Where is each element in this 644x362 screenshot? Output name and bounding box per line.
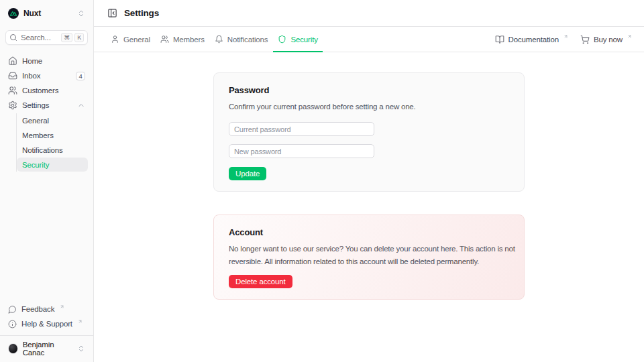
- book-open-icon: [495, 35, 504, 44]
- sidebar-item-label: Settings: [22, 101, 49, 109]
- card-description: Confirm your current password before set…: [229, 101, 509, 113]
- kbd-k: K: [74, 33, 84, 42]
- sidebar-item-label: Home: [22, 57, 42, 65]
- sidebar-item-label: Notifications: [22, 146, 63, 154]
- sidebar-item-security[interactable]: Security: [17, 158, 88, 172]
- sidebar-item-label: Security: [22, 161, 49, 169]
- external-link-icon: [564, 34, 568, 39]
- new-password-field[interactable]: [229, 144, 374, 158]
- sidebar-item-label: General: [22, 117, 49, 125]
- tab-security[interactable]: Security: [273, 27, 322, 52]
- tab-label: Notifications: [227, 36, 268, 44]
- nuxt-logo-icon: [8, 8, 19, 19]
- password-form: Update: [229, 122, 509, 180]
- avatar: [8, 343, 18, 354]
- tab-general[interactable]: General: [106, 27, 155, 52]
- sidebar: Nuxt ⌘ K Home Inbox 4 Customers: [0, 0, 94, 362]
- sidebar-item-home[interactable]: Home: [5, 54, 88, 68]
- chevron-up-icon: [77, 101, 85, 109]
- user-name: Benjamin Canac: [23, 341, 72, 357]
- users-icon: [160, 35, 169, 44]
- external-link-icon: [78, 319, 83, 324]
- header-links: Documentation Buy now: [495, 27, 632, 52]
- content-area: Password Confirm your current password b…: [94, 52, 644, 362]
- home-icon: [8, 56, 17, 66]
- team-switcher[interactable]: Nuxt: [5, 7, 88, 20]
- sidebar-item-label: Members: [22, 131, 54, 139]
- user-icon: [111, 35, 119, 44]
- page-header: Settings: [94, 0, 644, 27]
- main-panel: Settings General Members Notifications S…: [94, 0, 644, 362]
- tab-members[interactable]: Members: [156, 27, 209, 52]
- foot-link-label: Feedback: [21, 305, 54, 313]
- external-link-icon: [60, 304, 64, 309]
- divider: [0, 335, 93, 336]
- password-card: Password Confirm your current password b…: [213, 72, 525, 192]
- kbd-meta: ⌘: [61, 33, 72, 42]
- sidebar-item-label: Customers: [22, 86, 58, 95]
- external-link-icon: [627, 34, 632, 39]
- shopping-cart-icon: [580, 35, 590, 44]
- foot-link-label: Help & Support: [21, 320, 72, 328]
- current-password-field[interactable]: [229, 122, 374, 136]
- sidebar-top: Nuxt ⌘ K Home Inbox 4 Customers: [5, 7, 88, 172]
- search-icon: [9, 34, 17, 42]
- top-link-label: Documentation: [508, 36, 559, 44]
- users-icon: [8, 86, 17, 95]
- tab-label: Security: [290, 36, 317, 44]
- inbox-count-badge: 4: [76, 72, 85, 80]
- card-title: Password: [229, 85, 509, 95]
- info-circle-icon: [8, 320, 17, 328]
- description-line: reversible. All information related to t…: [229, 255, 509, 268]
- tab-label: General: [123, 36, 150, 44]
- search-box[interactable]: ⌘ K: [5, 30, 88, 45]
- message-circle-icon: [8, 305, 17, 314]
- card-title: Account: [229, 227, 509, 237]
- account-card: Account No longer want to use our servic…: [213, 215, 525, 300]
- help-support-link[interactable]: Help & Support: [5, 316, 88, 331]
- tabs: General Members Notifications Security: [106, 27, 323, 52]
- sidebar-nav: Home Inbox 4 Customers Settings General …: [5, 54, 88, 172]
- description-line: No longer want to use our service? You c…: [229, 243, 509, 255]
- user-menu[interactable]: Benjamin Canac: [5, 339, 88, 358]
- bell-icon: [215, 35, 223, 44]
- search-shortcut: ⌘ K: [61, 33, 84, 42]
- chevrons-up-down-icon: [77, 9, 85, 17]
- top-link-label: Buy now: [594, 36, 623, 44]
- tab-notifications[interactable]: Notifications: [210, 27, 273, 52]
- sidebar-item-label: Inbox: [22, 72, 40, 80]
- inbox-icon: [8, 71, 17, 80]
- brand-name: Nuxt: [23, 9, 41, 18]
- settings-submenu: General Members Notifications Security: [16, 113, 88, 172]
- chevrons-up-down-icon: [77, 345, 85, 353]
- update-button[interactable]: Update: [229, 167, 266, 180]
- sidebar-item-settings[interactable]: Settings: [5, 98, 88, 113]
- tab-bar: General Members Notifications Security D…: [94, 27, 644, 52]
- sidebar-item-inbox[interactable]: Inbox 4: [5, 68, 88, 83]
- documentation-link[interactable]: Documentation: [495, 35, 568, 44]
- feedback-link[interactable]: Feedback: [5, 302, 88, 316]
- search-input[interactable]: [21, 34, 58, 42]
- shield-icon: [278, 35, 286, 44]
- collapse-sidebar-button[interactable]: [107, 8, 117, 18]
- sidebar-item-customers[interactable]: Customers: [5, 83, 88, 98]
- sidebar-item-members[interactable]: Members: [17, 128, 88, 142]
- sidebar-item-general[interactable]: General: [17, 113, 88, 127]
- panel-left-close-icon: [107, 8, 117, 18]
- sidebar-item-notifications[interactable]: Notifications: [17, 143, 88, 157]
- card-description: No longer want to use our service? You c…: [229, 243, 509, 268]
- sidebar-bottom: Feedback Help & Support Benjamin Canac: [5, 302, 88, 358]
- buy-now-link[interactable]: Buy now: [580, 35, 632, 44]
- gear-icon: [8, 101, 17, 110]
- page-title: Settings: [124, 8, 159, 18]
- tab-label: Members: [173, 36, 205, 44]
- delete-account-button[interactable]: Delete account: [229, 275, 292, 288]
